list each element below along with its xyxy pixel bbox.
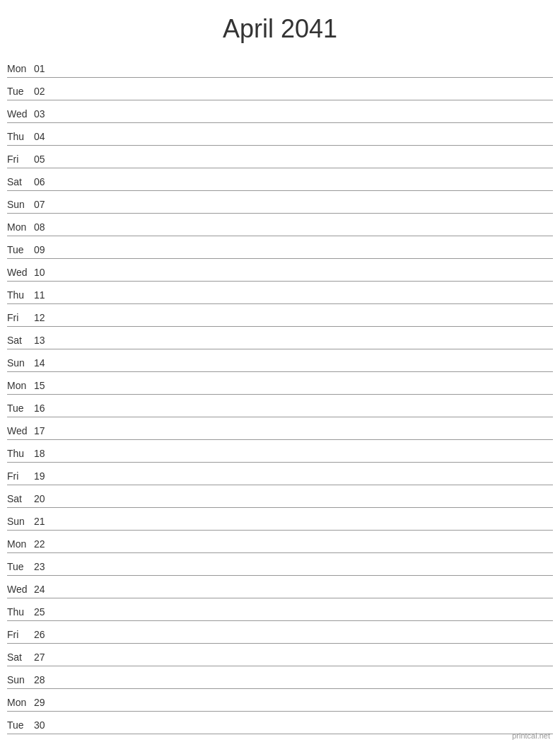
- day-number: 02: [34, 86, 54, 97]
- day-name: Mon: [7, 221, 34, 233]
- day-number: 11: [34, 289, 54, 301]
- day-row: Sun14: [7, 349, 553, 372]
- day-name: Mon: [7, 538, 34, 550]
- day-name: Sat: [7, 652, 34, 663]
- day-name: Thu: [7, 289, 34, 301]
- day-name: Sat: [7, 176, 34, 187]
- day-row: Fri12: [7, 304, 553, 327]
- day-row: Mon08: [7, 214, 553, 236]
- day-name: Fri: [7, 154, 34, 165]
- day-row: Thu11: [7, 282, 553, 304]
- day-row: Tue02: [7, 78, 553, 100]
- day-name: Thu: [7, 606, 34, 618]
- day-name: Mon: [7, 380, 34, 391]
- day-name: Wed: [7, 108, 34, 120]
- day-name: Tue: [7, 719, 34, 731]
- day-number: 28: [34, 674, 54, 685]
- day-number: 19: [34, 470, 54, 482]
- day-row: Thu25: [7, 598, 553, 621]
- day-name: Thu: [7, 131, 34, 142]
- day-name: Tue: [7, 403, 34, 414]
- day-number: 05: [34, 154, 54, 165]
- day-number: 25: [34, 606, 54, 618]
- day-name: Sun: [7, 357, 34, 369]
- day-row: Mon29: [7, 689, 553, 712]
- day-number: 15: [34, 380, 54, 391]
- day-name: Wed: [7, 425, 34, 436]
- day-row: Sun07: [7, 191, 553, 214]
- day-number: 01: [34, 63, 54, 74]
- day-number: 24: [34, 584, 54, 595]
- day-row: Sat06: [7, 168, 553, 191]
- day-number: 08: [34, 221, 54, 233]
- day-number: 07: [34, 199, 54, 210]
- day-row: Tue16: [7, 395, 553, 417]
- day-name: Wed: [7, 267, 34, 278]
- day-name: Fri: [7, 470, 34, 482]
- day-row: Sat20: [7, 485, 553, 508]
- day-number: 22: [34, 538, 54, 550]
- day-number: 16: [34, 403, 54, 414]
- day-row: Sat27: [7, 644, 553, 666]
- day-row: Tue09: [7, 236, 553, 259]
- watermark-text: printcal.net: [512, 731, 550, 740]
- day-row: Wed03: [7, 100, 553, 123]
- day-number: 27: [34, 652, 54, 663]
- day-row: Tue30: [7, 712, 553, 734]
- day-number: 20: [34, 493, 54, 504]
- day-number: 30: [34, 719, 54, 731]
- day-name: Sun: [7, 516, 34, 527]
- day-row: Tue23: [7, 553, 553, 576]
- day-number: 03: [34, 108, 54, 120]
- day-row: Fri26: [7, 621, 553, 644]
- day-name: Tue: [7, 86, 34, 97]
- page-title: April 2041: [0, 0, 560, 55]
- day-row: Wed10: [7, 259, 553, 282]
- day-row: Sun21: [7, 508, 553, 531]
- day-number: 06: [34, 176, 54, 187]
- day-number: 18: [34, 448, 54, 459]
- day-name: Wed: [7, 584, 34, 595]
- day-number: 12: [34, 312, 54, 323]
- day-name: Tue: [7, 244, 34, 255]
- day-number: 17: [34, 425, 54, 436]
- day-row: Sat13: [7, 327, 553, 349]
- day-name: Mon: [7, 697, 34, 708]
- day-number: 23: [34, 561, 54, 572]
- day-row: Mon15: [7, 372, 553, 395]
- day-name: Sun: [7, 199, 34, 210]
- day-number: 26: [34, 629, 54, 640]
- day-row: Thu04: [7, 123, 553, 146]
- day-name: Fri: [7, 629, 34, 640]
- day-name: Mon: [7, 63, 34, 74]
- day-row: Wed17: [7, 417, 553, 440]
- day-name: Sat: [7, 335, 34, 346]
- day-number: 21: [34, 516, 54, 527]
- calendar-container: Mon01Tue02Wed03Thu04Fri05Sat06Sun07Mon08…: [0, 55, 560, 734]
- day-name: Thu: [7, 448, 34, 459]
- day-row: Sun28: [7, 666, 553, 689]
- day-name: Fri: [7, 312, 34, 323]
- day-row: Fri19: [7, 463, 553, 485]
- day-name: Sat: [7, 493, 34, 504]
- day-name: Tue: [7, 561, 34, 572]
- day-number: 29: [34, 697, 54, 708]
- day-number: 04: [34, 131, 54, 142]
- day-row: Fri05: [7, 146, 553, 168]
- day-row: Thu18: [7, 440, 553, 463]
- day-name: Sun: [7, 674, 34, 685]
- day-row: Mon22: [7, 531, 553, 553]
- day-row: Wed24: [7, 576, 553, 598]
- day-row: Mon01: [7, 55, 553, 78]
- day-number: 14: [34, 357, 54, 369]
- day-number: 09: [34, 244, 54, 255]
- day-number: 13: [34, 335, 54, 346]
- day-number: 10: [34, 267, 54, 278]
